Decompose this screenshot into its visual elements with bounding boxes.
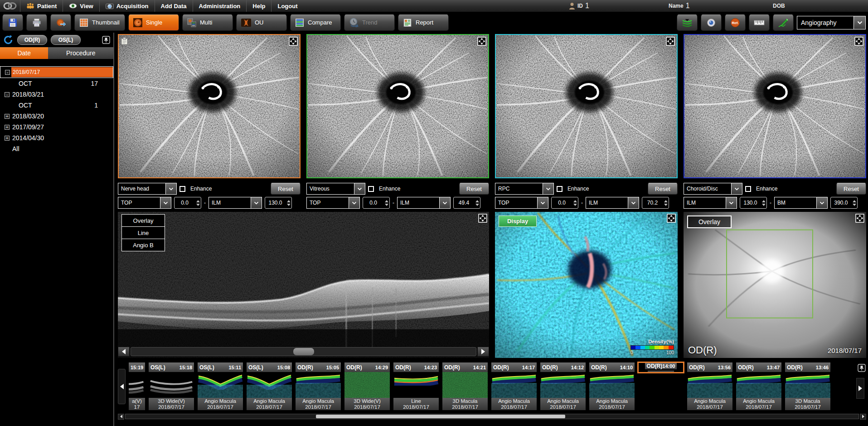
angio-enface-panel-4[interactable] xyxy=(684,34,866,178)
scroll-right-button[interactable] xyxy=(860,414,866,420)
tree-item-date[interactable]: + 2017/09/27 xyxy=(0,122,113,132)
tab-procedure[interactable]: Procedure xyxy=(48,47,113,59)
menu-patient[interactable]: Patient xyxy=(20,0,63,12)
expand-icon[interactable] xyxy=(478,214,487,223)
scan-thumbnail[interactable]: OS(L)15:11 Angio Macula2018/07/17 xyxy=(197,362,244,411)
scan-thumbnail[interactable]: OD(R)14:29 3D Wide(V)2018/07/17 xyxy=(344,362,391,411)
measure-button[interactable] xyxy=(749,15,770,31)
slab-preset-select[interactable]: Choroid/Disc xyxy=(684,183,742,195)
to-layer-select[interactable]: BM xyxy=(774,197,828,209)
segmentation-layers-button[interactable] xyxy=(677,15,698,31)
octa-enface-image[interactable] xyxy=(119,35,300,177)
from-offset-stepper[interactable]: 0.0 xyxy=(174,197,201,209)
enhance-checkbox[interactable] xyxy=(179,186,185,192)
scroll-left-button[interactable] xyxy=(118,347,130,357)
density-map-panel[interactable]: Display Density(%) 0 100 xyxy=(495,212,678,358)
annotate-button[interactable] xyxy=(773,15,794,31)
scrollbar-thumb[interactable] xyxy=(316,415,565,418)
tab-date[interactable]: Date xyxy=(0,47,48,59)
octa-enface-image[interactable] xyxy=(307,35,488,177)
menu-help[interactable]: Help xyxy=(246,0,271,12)
to-offset-stepper[interactable]: 49.4 xyxy=(453,197,480,209)
from-offset-stepper[interactable]: 130.0 xyxy=(740,197,767,209)
to-offset-stepper[interactable]: 390.0 xyxy=(830,197,858,209)
bscan-panel[interactable]: Overlay Line Angio B xyxy=(118,212,489,358)
eye-filter-od-button[interactable]: OD(R) xyxy=(17,35,47,45)
note-icon[interactable] xyxy=(121,37,128,45)
line-toggle-button[interactable]: Line xyxy=(121,226,165,239)
tree-item-procedure[interactable]: OCT 17 xyxy=(0,78,113,89)
angio-enface-panel-2[interactable] xyxy=(306,34,489,178)
scroll-right-button[interactable] xyxy=(477,347,489,357)
view-mode-ou-button[interactable]: OU xyxy=(236,15,287,31)
density-map-image[interactable] xyxy=(495,212,678,358)
scan-thumbnail[interactable]: 15:19 a(V)17 xyxy=(128,362,146,411)
scan-thumbnail[interactable]: OD(R)14:12 Angio Macula2018/07/17 xyxy=(539,362,587,411)
expand-icon[interactable] xyxy=(854,37,863,46)
angio-enface-panel-3[interactable] xyxy=(495,34,678,178)
stepper-arrows[interactable] xyxy=(851,197,857,208)
stepper-arrows[interactable] xyxy=(663,197,669,208)
view-mode-multi-button[interactable]: Multi xyxy=(182,15,233,31)
analysis-mode-select[interactable]: Angiography xyxy=(797,16,866,29)
strip-scroll-left-button[interactable] xyxy=(118,369,126,404)
tree-expander-icon[interactable]: + xyxy=(5,114,10,119)
stepper-arrows[interactable] xyxy=(195,197,201,208)
expand-icon[interactable] xyxy=(477,37,486,46)
tree-item-date[interactable]: - 2018/07/17 xyxy=(0,66,113,78)
view-mode-thumbnail-button[interactable]: Thumbnail xyxy=(74,15,125,31)
enhance-checkbox[interactable] xyxy=(745,186,751,192)
to-offset-stepper[interactable]: 130.0 xyxy=(265,197,292,209)
octa-enface-image[interactable] xyxy=(684,35,865,177)
display-button[interactable]: Display xyxy=(499,215,537,227)
strip-horizontal-scrollbar[interactable] xyxy=(118,413,866,420)
print-button[interactable] xyxy=(26,15,47,31)
fundus-image[interactable] xyxy=(684,212,866,358)
tree-item-all[interactable]: All xyxy=(0,143,113,154)
scroll-left-button[interactable] xyxy=(118,414,124,420)
slab-preset-select[interactable]: RPC xyxy=(495,183,554,195)
expand-icon[interactable] xyxy=(667,214,676,223)
tree-expander-icon[interactable]: - xyxy=(5,92,10,97)
scan-thumbnail[interactable]: OD(R)14:21 3D Macula2018/07/17 xyxy=(441,362,489,411)
from-offset-stepper[interactable]: 0.0 xyxy=(551,197,578,209)
reference-button[interactable]: Ref. xyxy=(725,15,746,31)
tree-expander-icon[interactable]: + xyxy=(5,125,10,130)
scan-thumbnail[interactable]: OD(R)13:46 3D Macula2018/07/17 xyxy=(784,362,831,411)
stepper-arrows[interactable] xyxy=(761,197,766,208)
expand-icon[interactable] xyxy=(855,214,864,223)
enhance-checkbox[interactable] xyxy=(368,186,374,192)
scrollbar-track[interactable] xyxy=(125,414,859,419)
expand-icon[interactable] xyxy=(289,37,298,46)
fundus-overlay-button[interactable]: Overlay xyxy=(687,215,732,228)
save-button[interactable] xyxy=(2,15,23,31)
reset-button[interactable]: Reset xyxy=(648,183,678,195)
slab-preset-select[interactable]: Vitreous xyxy=(306,183,365,195)
reset-button[interactable]: Reset xyxy=(836,183,866,195)
to-layer-select[interactable]: ILM xyxy=(586,197,639,209)
sidebar-pin-button[interactable] xyxy=(102,35,111,44)
scan-thumbnail[interactable]: OD(R)15:05 Angio Macula2018/07/17 xyxy=(295,362,342,411)
from-offset-stepper[interactable]: 0.0 xyxy=(363,197,390,209)
view-mode-single-button[interactable]: Single xyxy=(128,15,179,31)
fundus-panel[interactable]: Overlay OD(R) 2018/07/17 xyxy=(684,212,866,358)
overlay-toggle-button[interactable]: Overlay xyxy=(121,214,165,227)
strip-scroll-right-button[interactable] xyxy=(856,378,864,399)
view-mode-compare-button[interactable]: Compare xyxy=(290,15,341,31)
from-layer-select[interactable]: TOP xyxy=(306,197,360,209)
from-layer-select[interactable]: TOP xyxy=(495,197,548,209)
menu-acquisition[interactable]: Acquisition xyxy=(99,0,155,12)
eye-filter-os-button[interactable]: OS(L) xyxy=(51,35,81,45)
scan-thumbnail[interactable]: OS(L)15:08 Angio Macula2018/07/17 xyxy=(246,362,293,411)
from-layer-select[interactable]: TOP xyxy=(118,197,171,209)
to-offset-stepper[interactable]: 70.2 xyxy=(642,197,669,209)
angio-enface-panel-1[interactable] xyxy=(118,34,301,178)
octa-enface-image[interactable] xyxy=(496,35,677,177)
tree-item-date[interactable]: + 2014/04/30 xyxy=(0,132,113,143)
export-button[interactable] xyxy=(50,15,71,31)
scrollbar-thumb[interactable] xyxy=(293,348,314,355)
stepper-arrows[interactable] xyxy=(286,197,291,208)
strip-pin-button[interactable] xyxy=(857,363,866,372)
menu-add-data[interactable]: Add Data xyxy=(155,0,193,12)
scan-thumbnail[interactable]: OS(L)15:18 3D Wide(V)2018/07/17 xyxy=(148,362,195,411)
